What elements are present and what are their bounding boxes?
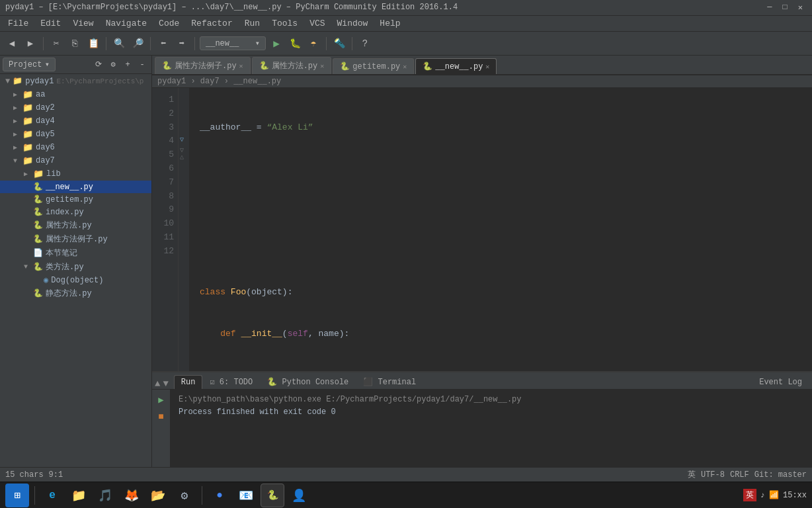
fold-marker-def-end[interactable]: △ (180, 153, 184, 161)
tab-attr-method-py[interactable]: 🐍 属性方法.py ✕ (252, 57, 332, 74)
bottom-panel-down-btn[interactable]: ▼ (163, 378, 168, 389)
app-layout: pyday1 – [E:\PycharmProjects\pyday1] – .… (0, 0, 812, 508)
menu-navigate[interactable]: Navigate (101, 17, 152, 30)
mail-icon: 📧 (239, 488, 253, 503)
run-stop-btn[interactable]: ■ (154, 409, 169, 424)
sidebar-item-day6[interactable]: ▶ 📁 day6 (0, 141, 151, 154)
toolbar-run-btn[interactable]: ▶ (268, 36, 284, 52)
taskbar-firefox-btn[interactable]: 🦊 (120, 484, 143, 507)
taskbar-user-btn[interactable]: 👤 (287, 484, 311, 507)
tab-attr-method-ex-py[interactable]: 🐍 属性方法例子.py ✕ (155, 57, 251, 74)
taskbar-mail-btn[interactable]: 📧 (234, 484, 258, 507)
taskbar-app1-btn[interactable]: 🎵 (93, 484, 117, 507)
sidebar-item-attr-method-py[interactable]: 🐍 属性方法.py (0, 218, 151, 232)
menu-edit[interactable]: Edit (35, 17, 66, 30)
toolbar-back2-btn[interactable]: ⬅ (155, 36, 171, 52)
sidebar-item-aa[interactable]: ▶ 📁 aa (0, 88, 151, 101)
taskbar-start-btn[interactable]: ⊞ (5, 484, 29, 507)
sidebar-item-index-py[interactable]: 🐍 index.py (0, 206, 151, 218)
tab-new-py-close[interactable]: ✕ (485, 63, 489, 71)
sidebar-item-static-method-py[interactable]: 🐍 静态方法.py (0, 286, 151, 300)
restore-btn[interactable]: □ (779, 3, 792, 13)
bottom-tab-todo[interactable]: ☑ 6: TODO (202, 374, 260, 389)
line-num-12: 12 (156, 245, 174, 259)
toolbar-forward-btn[interactable]: ▶ (22, 36, 38, 52)
sidebar-item-day2[interactable]: ▶ 📁 day2 (0, 101, 151, 114)
fold-marker-class[interactable]: ▽ (180, 136, 184, 144)
menu-view[interactable]: View (67, 17, 99, 30)
code-editor[interactable]: 1 2 3 4 5 6 7 8 9 10 11 12 (152, 88, 812, 371)
start-icon: ⊞ (14, 489, 20, 502)
bottom-tab-run[interactable]: Run (174, 375, 203, 389)
taskbar-settings-btn[interactable]: ⚙ (173, 484, 196, 507)
sidebar-item-attr-method-ex-py[interactable]: 🐍 属性方法例子.py (0, 232, 151, 246)
class-method-py-icon: 🐍 (33, 262, 43, 272)
menu-run[interactable]: Run (239, 17, 265, 30)
tab-new-py[interactable]: 🐍 __new__.py ✕ (415, 58, 497, 74)
author-string: “Alex Li” (266, 122, 313, 132)
index-py-label: index.py (46, 208, 84, 217)
menu-tools[interactable]: Tools (266, 17, 303, 30)
menu-window[interactable]: Window (332, 17, 374, 30)
menu-refactor[interactable]: Refactor (186, 17, 237, 30)
sidebar-collapse-btn[interactable]: - (136, 58, 149, 71)
sidebar-item-dog-object[interactable]: ◉ Dog(object) (0, 274, 151, 286)
sidebar-project-dropdown[interactable]: Project ▾ (3, 58, 56, 71)
tab-getitem-py[interactable]: 🐍 getitem.py ✕ (333, 58, 414, 74)
bottom-tab-python-console[interactable]: 🐍 Python Console (260, 374, 356, 389)
taskbar-chrome-btn[interactable]: ● (208, 484, 231, 507)
toolbar-find-all-btn[interactable]: 🔎 (130, 36, 145, 52)
sidebar-item-notes[interactable]: 📄 本节笔记 (0, 246, 151, 260)
menu-vcs[interactable]: VCS (304, 17, 330, 30)
toolbar-paste-btn[interactable]: 📋 (85, 36, 101, 52)
taskbar-folder-btn[interactable]: 📁 (67, 484, 91, 507)
minimize-btn[interactable]: ─ (763, 3, 776, 13)
run-config-dropdown[interactable]: __new__ ▾ (200, 36, 266, 50)
toolbar-sep-5 (326, 37, 327, 50)
status-linesep: CRLF (730, 470, 749, 480)
sidebar-settings-btn[interactable]: ⚙ (106, 58, 120, 71)
menu-file[interactable]: File (3, 17, 34, 30)
menu-help[interactable]: Help (374, 17, 405, 30)
sidebar-item-lib[interactable]: ▶ 📁 lib (0, 167, 151, 181)
sidebar-item-new-py[interactable]: 🐍 __new__.py (0, 181, 151, 193)
toolbar-coverage-btn[interactable]: ☂ (305, 36, 321, 52)
line-num-5: 5 (156, 148, 174, 162)
run-rerun-btn[interactable]: ▶ (154, 392, 169, 407)
bottom-tab-event-log[interactable]: Event Log (752, 375, 809, 389)
line-numbers: 1 2 3 4 5 6 7 8 9 10 11 12 (152, 88, 179, 371)
tab-attr-method-ex-py-close[interactable]: ✕ (239, 62, 243, 70)
sidebar-item-day4[interactable]: ▶ 📁 day4 (0, 114, 151, 128)
bottom-panel: ▲ ▼ Run ☑ 6: TODO 🐍 Python Console (152, 371, 812, 467)
sidebar-item-day5[interactable]: ▶ 📁 day5 (0, 128, 151, 141)
line-num-8: 8 (156, 190, 174, 204)
code-line-1: __author__ = “Alex Li” (200, 121, 812, 135)
sidebar-item-day7[interactable]: ▼ 📁 day7 (0, 154, 151, 167)
tab-attr-method-py-close[interactable]: ✕ (320, 62, 324, 70)
tab-getitem-py-close[interactable]: ✕ (403, 63, 407, 71)
sidebar-project-label: Project (9, 60, 42, 69)
sidebar-item-getitem-py[interactable]: 🐍 getitem.py (0, 193, 151, 206)
sidebar-expand-btn[interactable]: + (121, 58, 134, 71)
taskbar-pycharm-btn[interactable]: 🐍 (261, 484, 284, 507)
toolbar-help-btn[interactable]: ? (357, 36, 373, 52)
bottom-tab-terminal[interactable]: ⬛ Terminal (356, 374, 423, 389)
taskbar-files-btn[interactable]: 📂 (146, 484, 170, 507)
toolbar-copy-btn[interactable]: ⎘ (67, 36, 83, 52)
taskbar-ie-btn[interactable]: e (40, 484, 64, 507)
sidebar-sync-btn[interactable]: ⟳ (92, 58, 105, 71)
toolbar-forward2-btn[interactable]: ➡ (174, 36, 190, 52)
bottom-panel-up-btn[interactable]: ▲ (155, 378, 160, 389)
toolbar-find-btn[interactable]: 🔍 (111, 36, 127, 52)
code-lines[interactable]: __author__ = “Alex Li” class Foo(object)… (189, 88, 812, 371)
menu-code[interactable]: Code (153, 17, 184, 30)
toolbar-debug-btn[interactable]: 🐛 (287, 36, 303, 52)
bottom-tab-terminal-label: Terminal (378, 378, 417, 387)
toolbar-back-btn[interactable]: ◀ (4, 36, 20, 52)
toolbar-cut-btn[interactable]: ✂ (48, 36, 64, 52)
close-btn[interactable]: ✕ (794, 3, 807, 13)
sidebar-project-root[interactable]: ▼ 📁 pyday1 E:\PycharmProjects\p (0, 74, 151, 88)
toolbar-search-everywhere-btn[interactable]: 🔦 (331, 36, 347, 52)
editor-area[interactable]: 1 2 3 4 5 6 7 8 9 10 11 12 (152, 88, 812, 371)
sidebar-item-class-method-py[interactable]: ▼ 🐍 类方法.py (0, 260, 151, 274)
